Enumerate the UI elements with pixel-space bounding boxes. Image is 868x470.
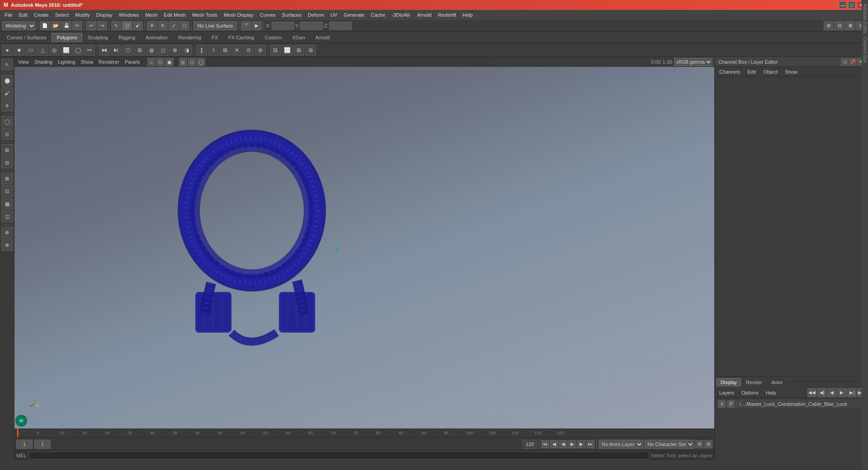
menu-file[interactable]: File: [2, 11, 15, 19]
undo-btn[interactable]: ↩: [86, 21, 96, 30]
menu-display[interactable]: Display: [94, 11, 115, 19]
tab-rendering[interactable]: Rendering: [173, 33, 206, 42]
vp-renderer-menu[interactable]: Renderer: [97, 59, 121, 65]
step-fwd-btn[interactable]: ▶: [577, 440, 585, 448]
layer-visibility-btn[interactable]: V: [718, 400, 726, 408]
channels-menu-object[interactable]: Object: [760, 68, 780, 75]
tab-render[interactable]: Render: [742, 378, 766, 386]
rotate-tool-btn[interactable]: ↻: [158, 21, 168, 30]
tab-display[interactable]: Display: [717, 378, 741, 386]
render-side-3[interactable]: ▦: [1, 198, 13, 210]
cylinder-icon-btn[interactable]: ⬭: [25, 45, 36, 56]
layers-menu-options[interactable]: Options: [739, 389, 761, 396]
tab-fx[interactable]: FX: [207, 33, 223, 42]
play-back-btn[interactable]: ◀: [559, 440, 567, 448]
helix-icon-btn[interactable]: ⚯: [84, 45, 95, 56]
edge-loop-btn[interactable]: ∥: [196, 45, 207, 56]
menu-edit[interactable]: Edit: [16, 11, 30, 19]
go-to-end-btn[interactable]: ⏭: [586, 440, 594, 448]
cam-top-btn[interactable]: ▣: [165, 58, 174, 66]
collapse-btn[interactable]: ⊙: [243, 45, 254, 56]
select-tool-side[interactable]: ↖: [1, 59, 13, 70]
open-file-btn[interactable]: 📂: [51, 21, 61, 30]
select-tool-btn[interactable]: ↖: [111, 21, 121, 30]
menu-edit-mesh[interactable]: Edit Mesh: [161, 11, 189, 19]
viewport-container[interactable]: View Shading Lighting Show Renderer Pane…: [14, 57, 714, 428]
move-tool-btn[interactable]: ✛: [147, 21, 157, 30]
tab-custom[interactable]: Custom: [260, 33, 287, 42]
render-side-4[interactable]: ◫: [1, 211, 13, 222]
render-btn[interactable]: ▶: [252, 21, 262, 30]
wireframe-btn[interactable]: ⬡: [188, 58, 196, 66]
display-tool-2[interactable]: ⊟: [1, 157, 13, 169]
plane-icon-btn[interactable]: ⬜: [61, 45, 71, 56]
save-as-btn[interactable]: S+: [72, 21, 82, 30]
save-file-btn[interactable]: 💾: [61, 21, 71, 30]
render-side-2[interactable]: ⊡: [1, 185, 13, 197]
layer-ctrl-2[interactable]: ◀|: [817, 388, 826, 397]
z-field[interactable]: [329, 22, 352, 30]
vp-view-menu[interactable]: View: [16, 59, 31, 65]
tab-animation[interactable]: Animation: [141, 33, 173, 42]
menu-arnold[interactable]: Arnold: [415, 11, 434, 19]
tab-anim[interactable]: Anim: [767, 378, 787, 386]
smooth-btn[interactable]: ◍: [146, 45, 157, 56]
menu-generate[interactable]: Generate: [341, 11, 367, 19]
offset-loop-btn[interactable]: ⫴: [208, 45, 219, 56]
step-back-btn[interactable]: ◀: [550, 440, 558, 448]
bridge-btn[interactable]: ⊞: [134, 45, 145, 56]
disk-icon-btn[interactable]: ◯: [72, 45, 83, 56]
render-side-1[interactable]: ⊠: [1, 173, 13, 184]
sphere-icon-btn[interactable]: ●: [2, 45, 13, 56]
cube-icon-btn[interactable]: ■: [14, 45, 24, 56]
minimize-button[interactable]: —: [839, 1, 846, 9]
layout-btn-2[interactable]: ⊟: [835, 21, 844, 30]
tab-arnold[interactable]: Arnold: [311, 33, 335, 42]
layer-ctrl-3[interactable]: ◀: [827, 388, 836, 397]
anim-layer-dropdown[interactable]: No Anim Layer: [599, 440, 643, 449]
attribute-editor-tab[interactable]: Attribute Editor Channel Box: [862, 57, 868, 460]
layout-btn-1[interactable]: ⊞: [824, 21, 834, 30]
layers-menu-layers[interactable]: Layers: [717, 389, 737, 396]
lasso-tool-side[interactable]: ⬤: [1, 75, 13, 86]
menu-windows[interactable]: Windows: [116, 11, 142, 19]
menu-modify[interactable]: Modify: [72, 11, 92, 19]
channels-menu-channels[interactable]: Channels: [717, 68, 743, 75]
render-settings-btn[interactable]: 🎬: [241, 21, 251, 30]
display-mode-btn[interactable]: ◎: [179, 58, 187, 66]
uv-copy-btn[interactable]: ⧉: [305, 45, 316, 56]
menu-mesh-display[interactable]: Mesh Display: [221, 11, 256, 19]
anim-settings-btn[interactable]: ⚙: [695, 440, 703, 448]
uv-unfold-btn[interactable]: ⬜: [282, 45, 292, 56]
display-tool-1[interactable]: ⊞: [1, 144, 13, 156]
no-live-surface-btn[interactable]: No Live Surface: [193, 21, 237, 30]
cam-home-btn[interactable]: ⌂: [147, 58, 156, 66]
combine-btn[interactable]: ⧓: [99, 45, 110, 56]
tab-rigging[interactable]: Rigging: [113, 33, 140, 42]
scale-tool-btn[interactable]: ⤢: [169, 21, 179, 30]
anim-side-2[interactable]: ⊗: [1, 239, 13, 251]
menu-uv[interactable]: UV: [328, 11, 340, 19]
anim-options-btn[interactable]: ⊞: [704, 440, 712, 448]
delete-edge-btn[interactable]: ✕: [231, 45, 242, 56]
transform-btn[interactable]: ⬡: [179, 21, 189, 30]
tab-xgen[interactable]: XGen: [287, 33, 310, 42]
mirror-btn[interactable]: ◑: [181, 45, 192, 56]
current-frame-input[interactable]: [34, 440, 51, 449]
xray-btn[interactable]: ◯: [197, 58, 205, 66]
extrude-btn[interactable]: ⬡: [123, 45, 133, 56]
paint-tool-side[interactable]: 🖌: [1, 87, 13, 99]
gamma-selector[interactable]: sRGB gamma: [674, 58, 712, 66]
x-field[interactable]: [272, 22, 294, 30]
redo-btn[interactable]: ↪: [97, 21, 107, 30]
cam-perspective-btn[interactable]: ⬡: [156, 58, 165, 66]
tab-fx-caching[interactable]: FX Caching: [223, 33, 259, 42]
move-tool-side[interactable]: ✛: [1, 100, 13, 112]
menu-redshift[interactable]: Redshift: [435, 11, 459, 19]
play-fwd-btn[interactable]: ▶: [568, 440, 576, 448]
lasso-select-btn[interactable]: ⬡: [122, 21, 132, 30]
target-weld-btn[interactable]: ⊚: [255, 45, 266, 56]
new-file-btn[interactable]: 📄: [40, 21, 50, 30]
separate-btn[interactable]: ⧔: [111, 45, 122, 56]
maximize-button[interactable]: □: [848, 1, 855, 9]
